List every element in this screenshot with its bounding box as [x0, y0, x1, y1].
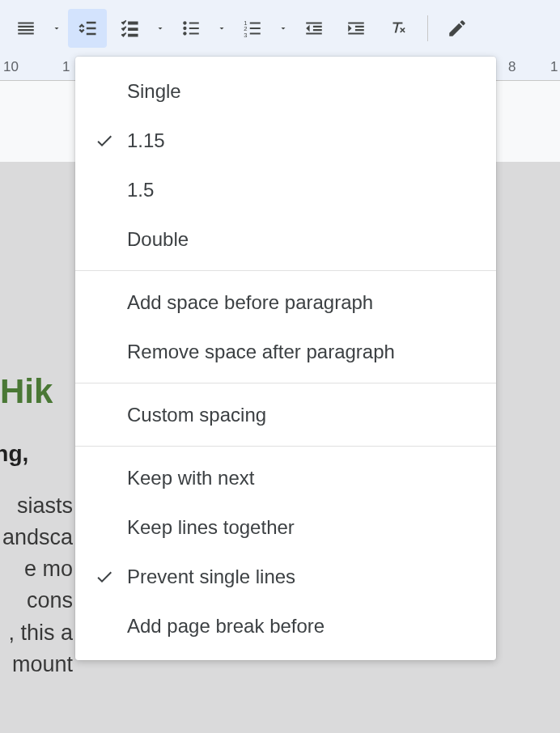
svg-text:3: 3 — [244, 32, 247, 39]
menu-label: Custom spacing — [121, 404, 477, 426]
menu-item-prevent-single-lines[interactable]: Prevent single lines — [75, 552, 496, 601]
chevron-down-icon — [278, 23, 288, 33]
menu-item-keep-lines-together[interactable]: Keep lines together — [75, 502, 496, 552]
ruler-mark: 1 — [550, 59, 558, 75]
outdent-button[interactable] — [295, 9, 333, 48]
menu-item-115[interactable]: 1.15 — [75, 116, 496, 165]
align-button[interactable] — [6, 9, 45, 48]
clear-formatting-icon — [388, 18, 409, 39]
line-spacing-button[interactable] — [68, 9, 107, 48]
svg-point-2 — [183, 32, 186, 35]
align-dropdown[interactable] — [49, 9, 65, 48]
menu-separator — [75, 383, 496, 383]
ruler-mark: 10 — [3, 59, 19, 75]
bullet-list-button[interactable] — [172, 9, 210, 48]
pencil-icon — [447, 18, 468, 39]
numbered-list-icon: 123 — [242, 18, 263, 39]
checklist-icon — [119, 18, 140, 39]
check-icon — [88, 131, 121, 150]
menu-separator — [75, 270, 496, 271]
menu-item-keep-with-next[interactable]: Keep with next — [75, 453, 496, 502]
svg-point-0 — [183, 21, 186, 24]
menu-label: Add page break before — [121, 615, 477, 638]
checklist-dropdown[interactable] — [152, 9, 168, 48]
chevron-down-icon — [217, 23, 227, 33]
menu-item-remove-space-after[interactable]: Remove space after paragraph — [75, 327, 496, 376]
checklist-button[interactable] — [110, 9, 149, 48]
align-lines-icon — [15, 18, 36, 39]
menu-label: 1.5 — [121, 179, 477, 201]
menu-item-single[interactable]: Single — [75, 66, 496, 116]
indent-button[interactable] — [337, 9, 375, 48]
line-spacing-menu: Single 1.15 1.5 Double Add space before … — [75, 57, 496, 660]
menu-label: 1.15 — [121, 129, 477, 152]
check-icon — [88, 567, 121, 587]
edit-mode-button[interactable] — [438, 9, 477, 48]
ruler-mark: 8 — [508, 59, 515, 75]
bullet-dropdown[interactable] — [214, 9, 230, 48]
line-spacing-icon — [76, 17, 99, 40]
menu-label: Double — [121, 228, 477, 251]
outdent-icon — [303, 18, 325, 39]
menu-label: Keep lines together — [121, 516, 477, 539]
menu-item-15[interactable]: 1.5 — [75, 165, 496, 214]
numbered-dropdown[interactable] — [275, 9, 291, 48]
numbered-list-button[interactable]: 123 — [233, 9, 272, 48]
menu-label: Remove space after paragraph — [121, 341, 477, 363]
menu-item-double[interactable]: Double — [75, 214, 496, 264]
ruler-mark: 1 — [62, 59, 70, 75]
svg-point-1 — [183, 27, 186, 30]
menu-separator — [75, 446, 496, 447]
menu-item-custom-spacing[interactable]: Custom spacing — [75, 390, 496, 439]
menu-item-add-space-before[interactable]: Add space before paragraph — [75, 278, 496, 327]
chevron-down-icon — [155, 23, 165, 33]
chevron-down-icon — [52, 23, 62, 33]
menu-label: Keep with next — [121, 467, 477, 489]
clear-formatting-button[interactable] — [379, 9, 418, 48]
menu-label: Single — [121, 80, 477, 103]
menu-item-add-page-break[interactable]: Add page break before — [75, 601, 496, 650]
indent-icon — [346, 18, 367, 39]
toolbar-separator — [427, 15, 428, 41]
toolbar: 123 — [0, 0, 560, 57]
bullet-list-icon — [180, 18, 202, 39]
menu-label: Add space before paragraph — [121, 291, 477, 314]
menu-label: Prevent single lines — [121, 566, 477, 588]
